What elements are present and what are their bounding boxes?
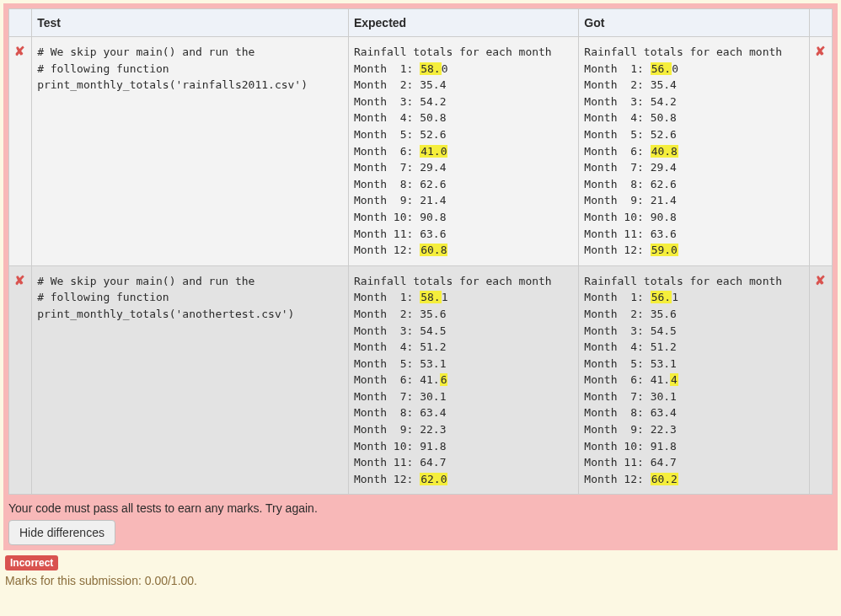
grade-summary: Incorrect Marks for this submission: 0.0…	[5, 555, 836, 587]
diff-highlight: 41.0	[420, 145, 447, 158]
cross-icon: ✘	[815, 44, 826, 58]
result-panel: Test Expected Got ✘# We skip your main()…	[3, 3, 838, 550]
expected-output: Rainfall totals for each month Month 1: …	[354, 273, 573, 488]
got-cell: Rainfall totals for each month Month 1: …	[579, 265, 809, 495]
test-code: # We skip your main() and run the # foll…	[37, 44, 343, 94]
diff-highlight: 59.0	[651, 244, 678, 256]
expected-cell: Rainfall totals for each month Month 1: …	[348, 265, 578, 495]
cross-icon: ✘	[815, 273, 826, 287]
diff-highlight: 40.8	[651, 145, 678, 158]
header-empty-right	[809, 9, 832, 37]
test-code-cell: # We skip your main() and run the # foll…	[32, 37, 349, 266]
result-icon-right: ✘	[809, 265, 832, 495]
table-row: ✘# We skip your main() and run the # fol…	[9, 37, 833, 266]
result-icon-left: ✘	[9, 37, 32, 266]
toggle-differences-button[interactable]: Hide differences	[8, 520, 115, 545]
diff-highlight: 60.8	[420, 244, 447, 256]
test-code: # We skip your main() and run the # foll…	[37, 273, 343, 323]
diff-highlight: 62.0	[420, 473, 447, 485]
diff-highlight: 58.	[420, 291, 441, 303]
fail-message: Your code must pass all tests to earn an…	[8, 501, 833, 515]
diff-highlight: 4	[670, 373, 678, 386]
got-output: Rainfall totals for each month Month 1: …	[584, 273, 803, 488]
test-code-cell: # We skip your main() and run the # foll…	[32, 265, 349, 495]
diff-highlight: 56.	[651, 291, 672, 303]
result-icon-right: ✘	[809, 37, 832, 266]
expected-cell: Rainfall totals for each month Month 1: …	[348, 37, 578, 266]
expected-output: Rainfall totals for each month Month 1: …	[354, 44, 573, 259]
header-expected: Expected	[348, 9, 578, 37]
header-empty-left	[9, 9, 32, 37]
diff-highlight: 60.2	[651, 473, 678, 485]
cross-icon: ✘	[14, 44, 25, 58]
status-badge: Incorrect	[5, 555, 58, 570]
diff-highlight: 6	[440, 373, 448, 386]
diff-highlight: 58.	[420, 62, 441, 75]
marks-text: Marks for this submission: 0.00/1.00.	[5, 574, 836, 587]
header-test: Test	[32, 9, 349, 37]
diff-highlight: 56.	[651, 62, 672, 75]
table-row: ✘# We skip your main() and run the # fol…	[9, 265, 833, 495]
result-icon-left: ✘	[9, 265, 32, 495]
got-cell: Rainfall totals for each month Month 1: …	[579, 37, 809, 266]
header-got: Got	[579, 9, 809, 37]
got-output: Rainfall totals for each month Month 1: …	[584, 44, 803, 259]
cross-icon: ✘	[14, 273, 25, 287]
results-table: Test Expected Got ✘# We skip your main()…	[8, 8, 833, 495]
